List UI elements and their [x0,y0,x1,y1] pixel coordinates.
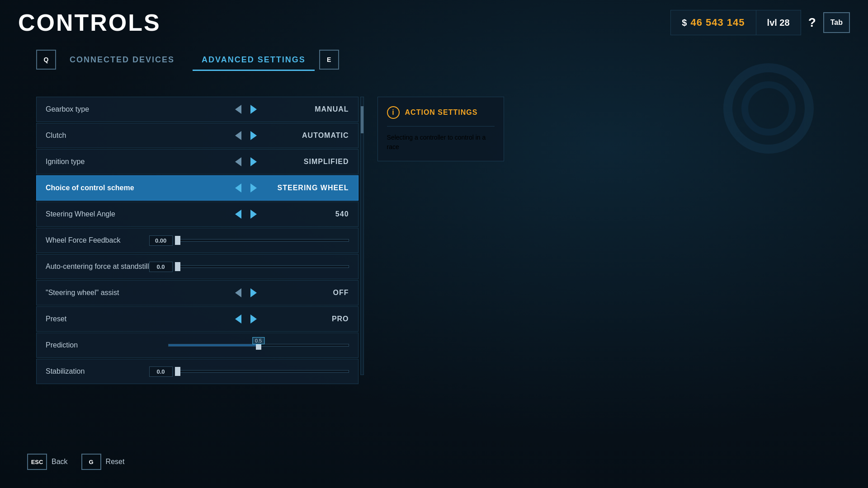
level-badge: lvl 28 [756,10,801,35]
setting-value-steering-assist: OFF [259,289,349,297]
setting-label-auto-centering: Auto-centering force at standstill [46,263,149,271]
ignition-type-left-arrow[interactable] [233,155,243,168]
action-panel-description: Selecting a controller to control in a r… [387,133,495,152]
settings-list: Gearbox type MANUAL Clutch [36,97,359,384]
setting-label-preset: Preset [46,315,233,323]
setting-label-steering-wheel-angle: Steering Wheel Angle [46,210,233,218]
setting-row-auto-centering[interactable]: Auto-centering force at standstill 0.0 [36,254,359,279]
steering-assist-right-arrow[interactable] [249,286,259,299]
clutch-right-arrow[interactable] [249,129,259,142]
bottom-bar: ESC Back G Reset [27,454,124,470]
bg-decoration [678,63,814,154]
setting-label-prediction: Prediction [46,341,168,349]
arrow-left-icon [235,105,241,114]
header: CONTROLS $ 46 543 145 lvl 28 ? Tab [0,0,868,45]
slider-container-auto-centering: 0.0 [149,262,349,272]
slider-value-wheel-force-feedback: 0.00 [149,235,173,246]
arrow-left-icon [235,288,241,297]
setting-row-stabilization[interactable]: Stabilization 0.0 [36,359,359,384]
slider-value-stabilization: 0.0 [149,366,173,377]
scrollbar-thumb[interactable] [361,106,363,133]
arrow-left-icon [235,183,241,192]
arrow-right-icon [250,157,257,166]
arrow-right-icon [250,131,257,140]
prediction-thumb-label: 0.5 [252,337,264,344]
setting-value-steering-wheel-angle: 540 [259,210,349,218]
control-scheme-left-arrow[interactable] [233,182,243,194]
action-panel-title: ACTION SETTINGS [405,108,478,117]
arrow-right-icon [250,288,257,297]
slider-thumb-wheel-force-feedback[interactable] [175,236,180,245]
page-title: CONTROLS [18,9,161,36]
slider-container-wheel-force-feedback: 0.00 [149,235,349,246]
slider-thumb-auto-centering[interactable] [175,262,180,271]
arrow-left-icon [235,157,241,166]
setting-controls-steering-wheel-angle [233,208,259,221]
setting-row-ignition-type[interactable]: Ignition type SIMPLIFIED [36,149,359,174]
setting-row-steering-assist[interactable]: "Steering wheel" assist OFF [36,280,359,305]
setting-value-control-scheme: STEERING WHEEL [259,184,349,192]
arrow-right-icon [250,105,257,114]
tab-key-button[interactable]: Tab [823,12,850,33]
header-right: $ 46 543 145 lvl 28 ? Tab [670,10,850,35]
steering-assist-left-arrow[interactable] [233,286,243,299]
preset-left-arrow[interactable] [233,313,243,325]
currency-icon: $ [682,18,687,28]
setting-controls-steering-assist [233,286,259,299]
help-button[interactable]: ? [801,10,823,35]
slider-fill-prediction [169,344,259,346]
slider-track-auto-centering[interactable] [177,265,349,268]
tab-prev-key[interactable]: Q [36,50,56,70]
gearbox-type-left-arrow[interactable] [233,103,243,116]
action-settings-panel: i ACTION SETTINGS Selecting a controller… [377,97,504,161]
setting-label-wheel-force-feedback: Wheel Force Feedback [46,236,149,244]
slider-container-stabilization: 0.0 [149,366,349,377]
action-panel-divider [387,126,495,127]
steering-angle-right-arrow[interactable] [249,208,259,221]
scrollbar[interactable] [360,97,364,375]
setting-value-preset: PRO [259,315,349,323]
slider-value-auto-centering: 0.0 [149,262,173,272]
slider-track-stabilization[interactable] [177,370,349,373]
tab-connected-devices[interactable]: CONNECTED DEVICES [56,51,188,69]
setting-label-stabilization: Stabilization [46,367,149,375]
slider-track-wheel-force-feedback[interactable] [177,239,349,242]
setting-controls-preset [233,313,259,325]
info-icon: i [387,106,400,119]
setting-row-prediction[interactable]: Prediction 0.5 [36,333,359,358]
settings-area: Gearbox type MANUAL Clutch [36,97,364,384]
arrow-right-icon [250,183,257,192]
preset-right-arrow[interactable] [249,313,259,325]
setting-label-clutch: Clutch [46,131,233,140]
setting-row-steering-wheel-angle[interactable]: Steering Wheel Angle 540 [36,202,359,227]
slider-track-prediction[interactable]: 0.5 [168,344,349,347]
arrow-left-icon [235,131,241,140]
setting-label-gearbox-type: Gearbox type [46,105,233,113]
setting-row-wheel-force-feedback[interactable]: Wheel Force Feedback 0.00 [36,228,359,253]
gearbox-type-right-arrow[interactable] [249,103,259,116]
arrow-left-icon [235,314,241,324]
setting-value-gearbox-type: MANUAL [259,105,349,113]
back-button[interactable]: ESC Back [27,454,68,470]
setting-row-gearbox-type[interactable]: Gearbox type MANUAL [36,97,359,122]
tab-advanced-settings[interactable]: ADVANCED SETTINGS [188,51,319,69]
setting-controls-ignition-type [233,155,259,168]
setting-row-control-scheme[interactable]: Choice of control scheme STEERING WHEEL [36,175,359,201]
arrow-right-icon [250,210,257,219]
currency-amount: 46 543 145 [690,17,745,28]
slider-thumb-stabilization[interactable] [175,367,180,376]
steering-angle-left-arrow[interactable] [233,208,243,221]
ignition-type-right-arrow[interactable] [249,155,259,168]
setting-row-preset[interactable]: Preset PRO [36,306,359,332]
currency-badge: $ 46 543 145 [670,10,756,35]
clutch-left-arrow[interactable] [233,129,243,142]
setting-label-control-scheme: Choice of control scheme [46,184,233,192]
slider-thumb-prediction[interactable]: 0.5 [256,341,261,350]
setting-label-steering-assist: "Steering wheel" assist [46,289,233,297]
control-scheme-right-arrow[interactable] [249,182,259,194]
arrow-left-icon [235,210,241,219]
slider-container-prediction: 0.5 [168,344,349,347]
reset-button[interactable]: G Reset [81,454,125,470]
setting-row-clutch[interactable]: Clutch AUTOMATIC [36,123,359,148]
tab-next-key[interactable]: E [319,50,339,70]
